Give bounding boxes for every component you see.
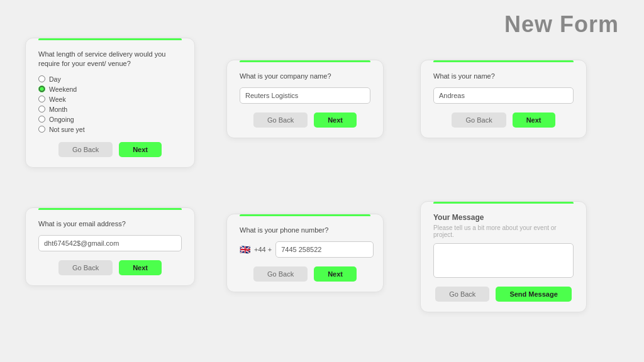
card6-title: Your Message: [433, 213, 574, 222]
card1-back-button[interactable]: Go Back: [58, 142, 113, 157]
card5-btn-row: Go Back Next: [240, 266, 370, 282]
phone-row: 🇬🇧 +44 +: [240, 241, 370, 258]
card5-label: What is your phone number?: [240, 226, 370, 235]
card6-btn-row: Go Back Send Message: [433, 287, 574, 302]
card3-back-button[interactable]: Go Back: [452, 112, 506, 128]
page-title: New Form: [504, 11, 619, 38]
card4-back-button[interactable]: Go Back: [58, 260, 113, 275]
card1-next-button[interactable]: Next: [119, 142, 162, 157]
message-textarea[interactable]: [433, 243, 574, 278]
email-input[interactable]: [38, 235, 182, 251]
card-message: Your Message Please tell us a bit more a…: [420, 201, 587, 312]
radio-month[interactable]: Month: [38, 106, 182, 113]
card6-back-button[interactable]: Go Back: [435, 287, 489, 302]
phone-input[interactable]: [275, 241, 374, 258]
radio-group-options: Day Weekend Week Month Ongoing Not sure …: [38, 75, 182, 133]
card-name: What is your name? Go Back Next: [420, 60, 587, 138]
card3-label: What is your name?: [433, 72, 574, 81]
card-email: What is your email address? Go Back Next: [25, 207, 195, 286]
radio-not-sure[interactable]: Not sure yet: [38, 126, 182, 133]
card-service-length: What length of service delivery would yo…: [25, 38, 195, 168]
phone-flag: 🇬🇧: [240, 244, 250, 255]
card4-next-button[interactable]: Next: [119, 260, 162, 275]
card2-next-button[interactable]: Next: [314, 112, 357, 128]
card1-label: What length of service delivery would yo…: [38, 50, 182, 69]
name-input[interactable]: [433, 87, 574, 104]
card6-send-button[interactable]: Send Message: [496, 287, 571, 302]
card2-btn-row: Go Back Next: [240, 112, 370, 128]
card4-btn-row: Go Back Next: [38, 260, 182, 275]
radio-week[interactable]: Week: [38, 96, 182, 103]
card-phone: What is your phone number? 🇬🇧 +44 + Go B…: [226, 214, 384, 292]
radio-weekend[interactable]: Weekend: [38, 85, 182, 93]
card2-back-button[interactable]: Go Back: [253, 112, 308, 128]
radio-day[interactable]: Day: [38, 75, 182, 83]
card2-label: What is your company name?: [240, 72, 370, 81]
phone-code: +44 +: [254, 246, 272, 253]
card-company-name: What is your company name? Go Back Next: [226, 60, 384, 138]
card5-next-button[interactable]: Next: [314, 266, 357, 282]
card1-btn-row: Go Back Next: [38, 142, 182, 157]
card4-label: What is your email address?: [38, 219, 182, 229]
card3-btn-row: Go Back Next: [433, 112, 574, 128]
company-name-input[interactable]: [240, 87, 370, 104]
card3-next-button[interactable]: Next: [513, 112, 555, 128]
radio-ongoing[interactable]: Ongoing: [38, 116, 182, 123]
card5-back-button[interactable]: Go Back: [253, 266, 308, 282]
card6-subtitle: Please tell us a bit more about your eve…: [433, 224, 574, 238]
